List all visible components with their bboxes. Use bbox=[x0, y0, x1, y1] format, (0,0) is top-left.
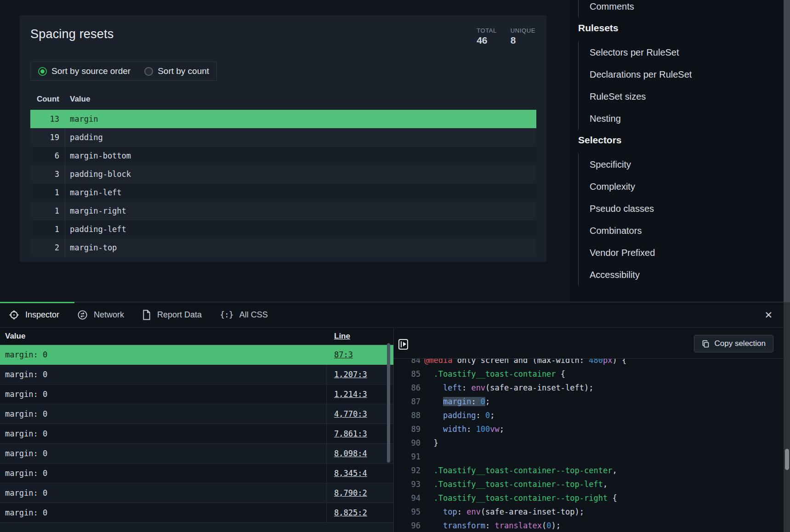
result-row[interactable]: margin: 08,825:2 bbox=[0, 503, 393, 523]
code-scrollbar-thumb[interactable] bbox=[785, 449, 789, 470]
spacing-table-row[interactable]: 3padding-block bbox=[30, 165, 536, 183]
braces-icon: {:} bbox=[220, 310, 233, 320]
result-line-cell: 1,207:3 bbox=[326, 365, 393, 384]
result-line-link[interactable]: 8,825:2 bbox=[334, 508, 367, 517]
network-icon bbox=[77, 310, 88, 320]
sidebar-item-accessibility[interactable]: Accessibility bbox=[579, 264, 780, 286]
line-number: 84 bbox=[394, 359, 421, 367]
result-line-link[interactable]: 8,098:4 bbox=[334, 449, 367, 458]
sidebar-item-group: Selectors per RuleSetDeclarations per Ru… bbox=[578, 41, 780, 130]
sidebar-item-group: SpecificityComplexityPseudo classesCombi… bbox=[578, 153, 780, 286]
spacing-table-row[interactable]: 1margin-right bbox=[30, 202, 536, 220]
tab-all-css[interactable]: {:}All CSS bbox=[211, 302, 277, 327]
sidebar-item-pseudo-classes[interactable]: Pseudo classes bbox=[579, 198, 780, 220]
sidebar-item-combinators[interactable]: Combinators bbox=[579, 220, 780, 242]
sort-radio-label: Sort by source order bbox=[51, 66, 131, 76]
result-row[interactable]: margin: 08,098:4 bbox=[0, 444, 393, 464]
spacing-table-row[interactable]: 6margin-bottom bbox=[30, 147, 536, 165]
sort-radio-label: Sort by count bbox=[158, 66, 209, 76]
result-row[interactable]: margin: 08,790:2 bbox=[0, 483, 393, 503]
page-scrollbar-thumb[interactable] bbox=[784, 0, 790, 302]
inspector-panel: InspectorNetworkReport Data{:}All CSS ✕ … bbox=[0, 302, 790, 532]
result-value: margin: 0 bbox=[0, 488, 326, 498]
active-tab-indicator bbox=[0, 302, 74, 303]
sidebar-item-specificity[interactable]: Specificity bbox=[579, 153, 780, 175]
results-scrollbar-thumb[interactable] bbox=[387, 343, 390, 463]
result-line-link[interactable]: 4,770:3 bbox=[334, 409, 367, 419]
stat-block: UNIQUE8 bbox=[511, 27, 535, 46]
result-line-link[interactable]: 1,214:3 bbox=[334, 390, 367, 399]
result-row[interactable]: margin: 08,345:4 bbox=[0, 464, 393, 483]
crosshair-icon bbox=[9, 310, 19, 320]
app-root: Spacing resets TOTAL46UNIQUE8 Sort by so… bbox=[0, 0, 790, 532]
code-text: @media only screen and (max-width: 480px… bbox=[424, 359, 626, 367]
result-value: margin: 0 bbox=[0, 469, 326, 478]
spacing-resets-card: Spacing resets TOTAL46UNIQUE8 Sort by so… bbox=[20, 15, 546, 262]
spacing-table-row[interactable]: 2margin-top bbox=[30, 238, 536, 257]
tab-label: All CSS bbox=[239, 310, 268, 320]
stat-label: UNIQUE bbox=[511, 27, 535, 34]
tab-report-data[interactable]: Report Data bbox=[133, 302, 211, 327]
code-line: 93 .Toastify__toast-container--top-left, bbox=[394, 477, 784, 491]
code-line: 90 } bbox=[394, 436, 784, 450]
code-scroll-area[interactable]: 84@media only screen and (max-width: 480… bbox=[394, 359, 784, 532]
spacing-table-row[interactable]: 19padding bbox=[30, 128, 536, 147]
sort-radio-option[interactable]: Sort by source order bbox=[38, 66, 131, 76]
sidebar-item-comments[interactable]: Comments bbox=[579, 0, 780, 17]
result-row[interactable]: margin: 01,214:3 bbox=[0, 385, 393, 404]
row-count: 13 bbox=[30, 114, 65, 124]
row-value: padding-block bbox=[65, 165, 536, 183]
spacing-table-row[interactable]: 1padding-left bbox=[30, 220, 536, 238]
code-text: top: env(safe-area-inset-top); bbox=[424, 505, 584, 519]
spacing-table-row[interactable]: 1margin-left bbox=[30, 183, 536, 202]
code-text: padding: 0; bbox=[424, 408, 495, 422]
sidebar-item-nesting[interactable]: Nesting bbox=[579, 108, 780, 130]
result-line-cell: 7,861:3 bbox=[326, 424, 393, 443]
sidebar-item-complexity[interactable]: Complexity bbox=[579, 175, 780, 198]
close-icon[interactable]: ✕ bbox=[764, 310, 773, 320]
result-value: margin: 0 bbox=[0, 449, 326, 458]
spacing-table-header: Count Value bbox=[30, 95, 536, 110]
card-stats: TOTAL46UNIQUE8 bbox=[477, 27, 536, 46]
result-row[interactable]: margin: 087:3 bbox=[0, 345, 393, 365]
line-number: 93 bbox=[394, 477, 421, 491]
row-count: 6 bbox=[30, 151, 65, 160]
sort-radio-option[interactable]: Sort by count bbox=[144, 66, 209, 76]
tab-label: Inspector bbox=[25, 310, 59, 320]
result-line-link[interactable]: 8,790:2 bbox=[334, 488, 367, 498]
row-count: 19 bbox=[30, 133, 65, 142]
code-text: } bbox=[424, 436, 438, 450]
result-line-link[interactable]: 87:3 bbox=[334, 350, 353, 359]
page-title: Spacing resets bbox=[30, 27, 114, 41]
stat-label: TOTAL bbox=[477, 27, 497, 34]
document-icon bbox=[142, 310, 151, 320]
result-line-link[interactable]: 8,345:4 bbox=[334, 469, 367, 478]
radio-icon[interactable] bbox=[144, 67, 153, 76]
copy-selection-label: Copy selection bbox=[714, 339, 766, 348]
sidebar-item-declarations-per-ruleset[interactable]: Declarations per RuleSet bbox=[579, 63, 780, 85]
result-value: margin: 0 bbox=[0, 429, 326, 438]
report-nav-sidebar: CommentsRulesetsSelectors per RuleSetDec… bbox=[578, 0, 780, 286]
sidebar-item-selectors-per-ruleset[interactable]: Selectors per RuleSet bbox=[579, 41, 780, 63]
expand-panel-icon[interactable] bbox=[398, 339, 408, 350]
code-line: 95 top: env(safe-area-inset-top); bbox=[394, 505, 784, 519]
result-row[interactable]: margin: 04,770:3 bbox=[0, 404, 393, 424]
code-line: 88 padding: 0; bbox=[394, 408, 784, 422]
result-row[interactable]: margin: 07,861:3 bbox=[0, 424, 393, 444]
line-number: 87 bbox=[394, 395, 421, 408]
results-header: Value Line bbox=[0, 328, 393, 345]
sidebar-item-vendor-prefixed[interactable]: Vendor Prefixed bbox=[579, 242, 780, 264]
radio-icon[interactable] bbox=[38, 67, 47, 76]
result-line-link[interactable]: 7,861:3 bbox=[334, 429, 367, 438]
result-value: margin: 0 bbox=[0, 390, 326, 399]
code-text: transform: translatex(0); bbox=[424, 519, 561, 532]
spacing-table-row[interactable]: 13margin bbox=[30, 110, 536, 128]
result-row[interactable]: margin: 01,207:3 bbox=[0, 365, 393, 385]
code-line: 84@media only screen and (max-width: 480… bbox=[394, 359, 784, 367]
copy-selection-button[interactable]: Copy selection bbox=[694, 335, 773, 352]
tab-inspector[interactable]: Inspector bbox=[0, 302, 68, 327]
results-line-header[interactable]: Line bbox=[334, 332, 350, 341]
result-line-link[interactable]: 1,207:3 bbox=[334, 370, 367, 379]
sidebar-item-ruleset-sizes[interactable]: RuleSet sizes bbox=[579, 85, 780, 108]
tab-network[interactable]: Network bbox=[68, 302, 133, 327]
